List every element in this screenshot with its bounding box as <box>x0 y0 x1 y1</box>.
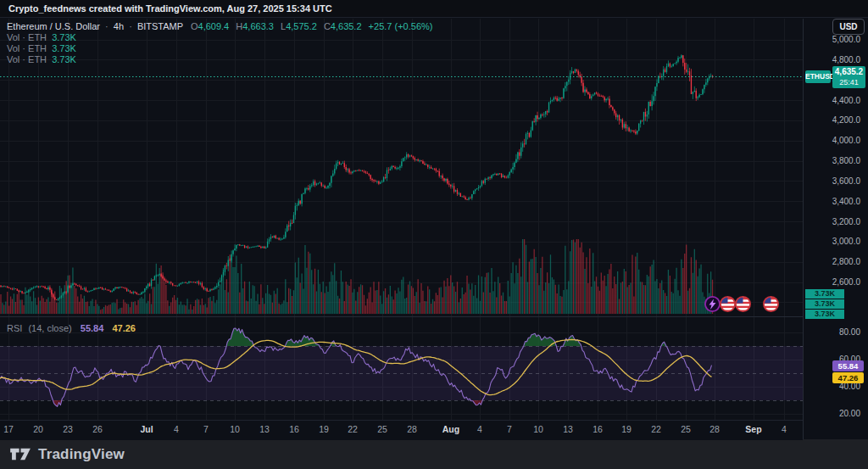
change-label: +25.7 (+0.56%) <box>369 21 433 31</box>
price-axis-label: 3,600.0 <box>832 176 860 187</box>
price-axis-label: 5,000.0 <box>832 35 860 45</box>
time-axis-label: 23 <box>56 424 80 434</box>
crypto-event-icon[interactable] <box>704 296 721 312</box>
time-axis-label: 25 <box>674 424 698 434</box>
attribution-text: Crypto_feednews created with TradingView… <box>8 3 332 14</box>
volume-legend-row: Vol · ETH 3.73K <box>7 32 432 43</box>
ohlc-open: O4,609.4 <box>191 21 229 31</box>
volume-axis-badge: 3.73K <box>805 299 844 309</box>
rsi-axis-label: 80.00 <box>839 327 860 338</box>
tradingview-wordmark[interactable]: TradingView <box>38 446 125 463</box>
rsi-legend: RSI (14, close) 55.84 47.26 <box>7 323 136 333</box>
time-axis-label: 20 <box>26 424 50 434</box>
time-axis-label: 4 <box>468 424 492 434</box>
time-axis-label: Jul <box>135 424 159 434</box>
time-axis-label: 19 <box>312 424 336 434</box>
time-axis-label: 16 <box>282 424 306 434</box>
ohlc-high: H4,663.3 <box>236 21 274 31</box>
bar-countdown: 25:41 <box>832 78 865 87</box>
price-axis-label: 2,800.0 <box>832 257 860 267</box>
price-axis-label: 4,800.0 <box>832 55 860 65</box>
interval-label[interactable]: 4h <box>114 21 124 31</box>
tradingview-logo-icon[interactable] <box>10 446 31 462</box>
time-axis-label: 4 <box>164 424 188 434</box>
time-axis-label: 7 <box>194 424 218 434</box>
us-economic-event-icon[interactable] <box>735 296 751 312</box>
price-chart-canvas[interactable] <box>0 19 803 420</box>
chart-area: Ethereum / U.S. Dollar · 4h · BITSTAMP O… <box>0 19 803 420</box>
time-axis-label: 28 <box>400 424 424 434</box>
last-price-badge: 4,635.2 25:41 <box>832 66 865 88</box>
time-axis-label: 25 <box>370 424 394 434</box>
rsi-params: (14, close) <box>28 323 71 333</box>
branding-bar: TradingView <box>0 439 868 469</box>
price-axis-label: 2,600.0 <box>832 277 860 288</box>
price-axis-label: 4,400.0 <box>832 96 860 106</box>
time-axis-label: 13 <box>253 424 276 434</box>
rsi-ma-value-badge: 47.26 <box>832 372 864 383</box>
time-axis-label: 22 <box>341 424 364 434</box>
rsi-ma-value: 47.26 <box>112 323 136 333</box>
symbol-legend-row: Ethereum / U.S. Dollar · 4h · BITSTAMP O… <box>7 21 432 32</box>
legend-separator: · <box>129 21 132 31</box>
volume-value: 3.73K <box>52 54 76 64</box>
chart-legend: Ethereum / U.S. Dollar · 4h · BITSTAMP O… <box>7 21 432 65</box>
time-axis-label: 13 <box>556 424 580 434</box>
symbol-title[interactable]: Ethereum / U.S. Dollar <box>7 21 100 31</box>
time-axis-label: Sep <box>742 424 765 434</box>
rsi-axis-label: 20.00 <box>839 409 860 419</box>
time-axis-label: 10 <box>526 424 550 434</box>
symbol-price-tag[interactable]: ETHUSD <box>805 70 831 83</box>
legend-separator: · <box>105 21 108 31</box>
price-axis-label: 3,400.0 <box>832 197 860 207</box>
time-axis-label: 7 <box>498 424 521 434</box>
rsi-value-badge: 55.84 <box>832 360 864 371</box>
time-axis-label: Aug <box>439 424 463 434</box>
price-axis[interactable]: USD 5,000.04,800.04,600.04,400.04,200.04… <box>803 19 868 439</box>
time-axis-label: 19 <box>615 424 638 434</box>
time-axis-label: 16 <box>586 424 609 434</box>
price-axis-label: 3,800.0 <box>832 156 860 166</box>
rsi-value: 55.84 <box>81 323 104 333</box>
volume-axis-badge: 3.73K <box>805 310 844 319</box>
attribution-bar: Crypto_feednews created with TradingView… <box>0 0 868 18</box>
time-axis[interactable]: 17202326Jul4710131619222528Aug4710131619… <box>0 420 803 440</box>
volume-value: 3.73K <box>52 43 76 53</box>
volume-legend-row: Vol · ETH 3.73K <box>7 43 432 54</box>
rsi-title[interactable]: RSI <box>7 323 22 333</box>
time-axis-label: 22 <box>644 424 668 434</box>
time-axis-label: 10 <box>223 424 247 434</box>
volume-value: 3.73K <box>52 32 76 42</box>
volume-axis-badge: 3.73K <box>805 289 844 299</box>
time-axis-label: 4 <box>772 424 796 434</box>
last-price-value: 4,635.2 <box>832 66 865 78</box>
us-economic-event-icon[interactable] <box>720 296 736 312</box>
price-axis-label: 4,200.0 <box>832 115 860 126</box>
exchange-label: BITSTAMP <box>137 21 183 31</box>
volume-legend-row: Vol · ETH 3.73K <box>7 54 432 65</box>
price-axis-label: 3,200.0 <box>832 217 860 227</box>
price-axis-label: 3,000.0 <box>832 237 860 247</box>
time-axis-label: 28 <box>703 424 726 434</box>
currency-toggle-button[interactable]: USD <box>832 19 865 35</box>
time-axis-label: 17 <box>0 424 20 434</box>
price-axis-label: 4,000.0 <box>832 136 860 146</box>
us-economic-event-icon[interactable] <box>763 296 779 312</box>
ohlc-close: C4,635.2 <box>324 21 362 31</box>
ohlc-low: L4,575.2 <box>281 21 317 31</box>
time-axis-label: 26 <box>86 424 109 434</box>
